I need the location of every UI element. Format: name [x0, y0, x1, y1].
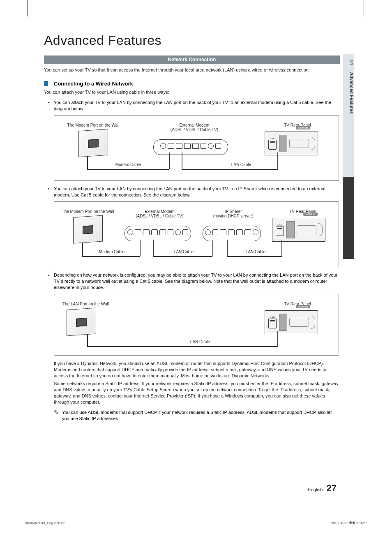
note-icon: ✎ — [54, 409, 59, 422]
print-footer: BN68-02584A_Eng.indb 27 2010-08-31 �� 9:… — [25, 521, 367, 525]
bullet-1: You can attach your TV to your LAN by co… — [54, 99, 340, 112]
d3-cable1: LAN Cable — [190, 340, 210, 344]
tv-rear-panel-icon: HDMI IN LAN — [265, 310, 318, 334]
wall-port-icon — [67, 307, 96, 336]
d1-cable2: LAN Cable — [231, 162, 251, 167]
d2-modem-label2: (ADSL / VDSL / Cable TV) — [136, 214, 183, 218]
lead-in-text: You can attach your TV to your LAN using… — [44, 89, 340, 95]
page-footer: English 27 — [308, 483, 337, 494]
intro-text: You can set up your TV so that it can ac… — [44, 67, 340, 73]
d2-modem-label1: External Modem — [145, 209, 175, 214]
diagram-wall-direct: The LAN Port on the Wall TV Rear Panel H… — [54, 294, 339, 356]
d1-modem-label1: External Modem — [180, 123, 210, 127]
explain-para-1: If you have a Dynamic Network, you shoul… — [44, 360, 340, 379]
d2-tv-label: TV Rear Panel — [272, 209, 334, 214]
d2-sharer-label2: (having DHCP server) — [213, 214, 254, 218]
d1-cable1: Modem Cable — [115, 162, 141, 167]
ip-sharer-icon — [203, 226, 261, 241]
d2-cable3: LAN Cable — [246, 250, 265, 254]
diagram-ip-sharer: The Modem Port on the Wall External Mode… — [54, 201, 339, 267]
tv-rear-panel-icon: HDMI IN LAN — [265, 132, 318, 155]
note: ✎ You can use ADSL modems that support D… — [44, 409, 340, 422]
d1-modem-label2: (ADSL / VDSL / Cable TV) — [171, 127, 218, 132]
print-date: 2010-08-31 �� 9:16:53 — [331, 521, 367, 525]
print-file: BN68-02584A_Eng.indb 27 — [25, 521, 65, 525]
bullet-3: Depending on how your network is configu… — [54, 272, 340, 291]
d2-wall-label: The Modem Port on the Wall — [59, 209, 117, 214]
d2-cable1: Modem Cable — [99, 250, 125, 254]
bullet-2: You can attach your TV to your LAN by co… — [54, 186, 340, 198]
subheading: Connecting to a Wired Network — [44, 81, 340, 87]
d1-wall-label: The Modem Port on the Wall — [62, 123, 124, 127]
section-header: Network Connection — [44, 55, 340, 64]
d2-sharer-label1: IP Sharer — [225, 209, 242, 214]
d2-cable2: LAN Cable — [174, 250, 194, 254]
note-text: You can use ADSL modems that support DHC… — [62, 409, 340, 422]
footer-lang: English — [308, 487, 323, 492]
explain-para-2: Some networks require a Static IP addres… — [44, 381, 340, 405]
footer-page-number: 27 — [327, 483, 337, 493]
modem-icon — [153, 139, 228, 155]
diagram-modem-direct: The Modem Port on the Wall External Mode… — [54, 115, 339, 181]
wall-port-icon — [73, 215, 103, 243]
wall-port-icon — [78, 129, 108, 157]
tv-rear-panel-icon: HDMI IN LAN — [272, 218, 325, 242]
modem-icon — [125, 226, 191, 241]
chapter-title: Advanced Features — [44, 33, 340, 48]
d3-wall-label: The LAN Port on the Wall — [62, 302, 136, 306]
